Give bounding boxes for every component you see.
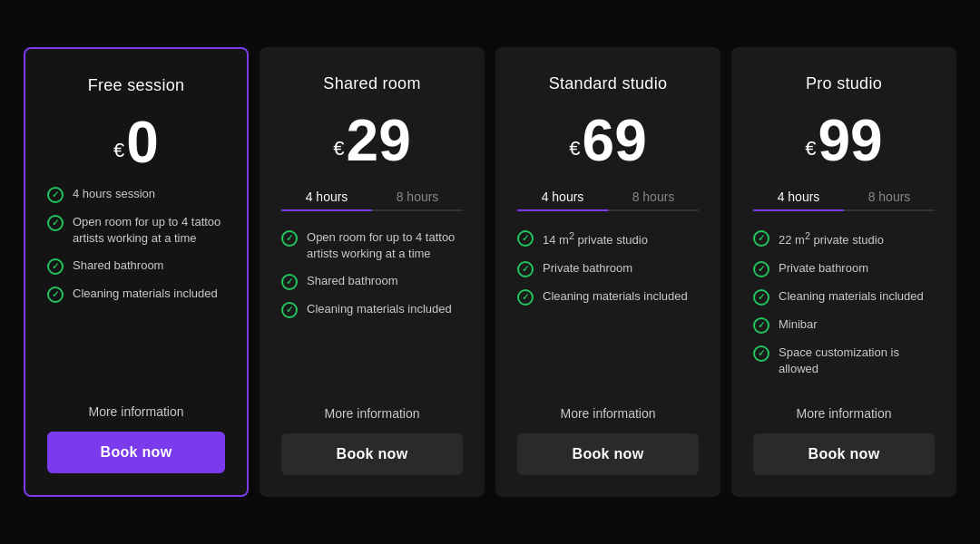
price-container-free-session: €0 xyxy=(47,113,225,171)
check-icon xyxy=(753,261,769,277)
list-item: Private bathroom xyxy=(753,260,935,277)
features-list-shared-room: Open room for up to 4 tattoo artists wor… xyxy=(281,229,463,388)
price-container-standard-studio: €69 xyxy=(517,112,699,170)
check-icon xyxy=(281,274,298,290)
check-icon xyxy=(753,317,769,334)
check-icon xyxy=(47,187,64,203)
feature-text: 4 hours session xyxy=(73,186,155,202)
more-info-pro-studio[interactable]: More information xyxy=(753,406,935,421)
feature-text: Open room for up to 4 tattoo artists wor… xyxy=(307,229,463,262)
list-item: Shared bathroom xyxy=(281,273,463,290)
card-standard-studio: Standard studio€694 hours8 hours14 m2 pr… xyxy=(495,47,720,497)
card-title-shared-room: Shared room xyxy=(281,74,463,93)
list-item: Space customization is allowed xyxy=(753,345,935,377)
feature-text: Cleaning materials included xyxy=(779,288,924,305)
price-amount-shared-room: 29 xyxy=(347,108,411,173)
hours-8-pro-studio[interactable]: 8 hours xyxy=(844,184,935,209)
price-currency-standard-studio: € xyxy=(569,137,580,160)
price-container-pro-studio: €99 xyxy=(753,112,935,170)
card-shared-room: Shared room€294 hours8 hoursOpen room fo… xyxy=(260,47,485,497)
feature-text: Shared bathroom xyxy=(73,257,163,274)
list-item: Minibar xyxy=(753,316,935,334)
feature-text: Space customization is allowed xyxy=(779,345,935,377)
more-info-free-session[interactable]: More information xyxy=(47,404,225,419)
price-amount-pro-studio: 99 xyxy=(818,108,883,173)
hours-8-shared-room[interactable]: 8 hours xyxy=(372,184,463,209)
price-amount-standard-studio: 69 xyxy=(583,108,647,173)
check-icon xyxy=(753,345,769,362)
hours-toggle-standard-studio: 4 hours8 hours xyxy=(517,184,699,211)
pricing-cards: Free session€04 hours sessionOpen room f… xyxy=(0,20,980,524)
features-list-free-session: 4 hours sessionOpen room for up to 4 tat… xyxy=(47,186,225,386)
feature-text: 22 m2 private studio xyxy=(779,229,884,249)
list-item: Cleaning materials included xyxy=(47,286,225,303)
check-icon xyxy=(47,258,64,275)
more-info-standard-studio[interactable]: More information xyxy=(517,406,699,421)
hours-8-standard-studio[interactable]: 8 hours xyxy=(608,184,699,209)
check-icon xyxy=(753,230,769,247)
check-icon xyxy=(47,287,64,303)
hours-toggle-shared-room: 4 hours8 hours xyxy=(281,184,463,211)
feature-text: Cleaning materials included xyxy=(73,286,218,302)
book-btn-pro-studio[interactable]: Book now xyxy=(753,433,935,475)
feature-text: 14 m2 private studio xyxy=(543,229,648,249)
list-item: Cleaning materials included xyxy=(517,288,699,306)
card-title-pro-studio: Pro studio xyxy=(753,74,935,93)
check-icon xyxy=(281,230,298,247)
more-info-shared-room[interactable]: More information xyxy=(281,406,463,421)
list-item: 14 m2 private studio xyxy=(517,229,699,249)
price-currency-pro-studio: € xyxy=(805,137,816,160)
book-btn-shared-room[interactable]: Book now xyxy=(281,433,463,475)
list-item: Open room for up to 4 tattoo artists wor… xyxy=(281,229,463,262)
list-item: Cleaning materials included xyxy=(281,301,463,318)
check-icon xyxy=(753,289,769,306)
check-icon xyxy=(517,261,534,277)
features-list-pro-studio: 22 m2 private studioPrivate bathroomClea… xyxy=(753,229,935,388)
price-currency-free-session: € xyxy=(113,139,124,161)
card-pro-studio: Pro studio€994 hours8 hours22 m2 private… xyxy=(731,47,956,497)
feature-text: Private bathroom xyxy=(779,260,868,277)
book-btn-free-session[interactable]: Book now xyxy=(47,432,225,473)
feature-text: Open room for up to 4 tattoo artists wor… xyxy=(73,214,225,247)
feature-text: Private bathroom xyxy=(543,260,632,277)
feature-text: Shared bathroom xyxy=(307,273,397,289)
feature-text: Minibar xyxy=(779,316,818,333)
hours-4-shared-room[interactable]: 4 hours xyxy=(281,184,372,209)
card-free-session: Free session€04 hours sessionOpen room f… xyxy=(24,47,249,497)
price-currency-shared-room: € xyxy=(333,137,344,160)
check-icon xyxy=(517,289,534,306)
book-btn-standard-studio[interactable]: Book now xyxy=(517,433,699,475)
card-title-standard-studio: Standard studio xyxy=(517,74,699,93)
card-title-free-session: Free session xyxy=(47,76,225,95)
price-amount-free-session: 0 xyxy=(126,110,159,175)
list-item: Private bathroom xyxy=(517,260,699,277)
price-container-shared-room: €29 xyxy=(281,112,463,170)
list-item: Open room for up to 4 tattoo artists wor… xyxy=(47,214,225,247)
list-item: 4 hours session xyxy=(47,186,225,203)
features-list-standard-studio: 14 m2 private studioPrivate bathroomClea… xyxy=(517,229,699,388)
hours-toggle-pro-studio: 4 hours8 hours xyxy=(753,184,935,211)
feature-text: Cleaning materials included xyxy=(543,288,688,305)
list-item: Shared bathroom xyxy=(47,257,225,275)
check-icon xyxy=(47,215,64,231)
check-icon xyxy=(281,302,298,318)
hours-4-standard-studio[interactable]: 4 hours xyxy=(517,184,608,209)
list-item: 22 m2 private studio xyxy=(753,229,935,249)
list-item: Cleaning materials included xyxy=(753,288,935,306)
hours-4-pro-studio[interactable]: 4 hours xyxy=(753,184,844,209)
feature-text: Cleaning materials included xyxy=(307,301,452,317)
check-icon xyxy=(517,230,534,247)
